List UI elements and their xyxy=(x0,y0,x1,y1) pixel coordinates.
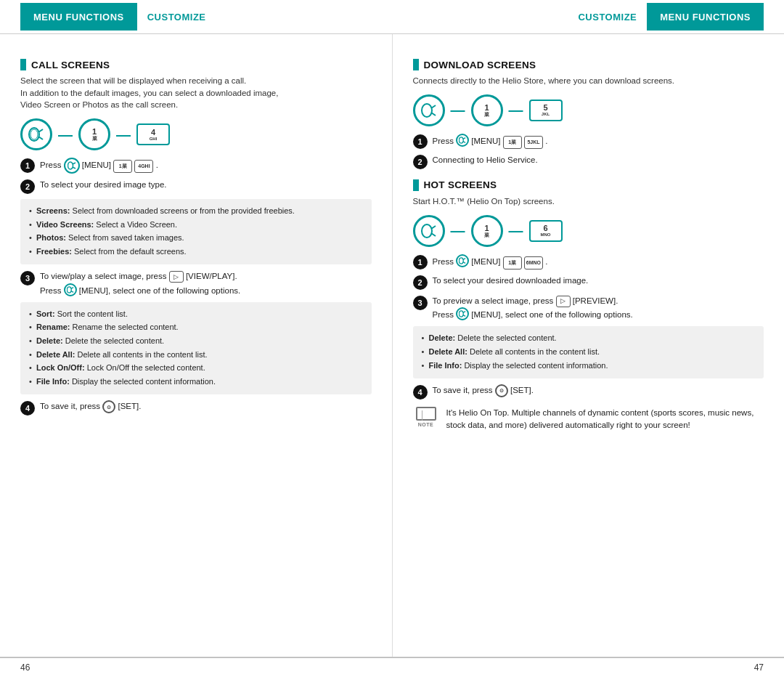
dl-step1-5key: 5JKL xyxy=(524,136,543,149)
svg-line-15 xyxy=(463,141,465,142)
step1-phone-icon xyxy=(64,158,80,174)
call-screens-info-box2: Sort: Sort the content list. Rename: Ren… xyxy=(20,302,372,395)
hot-dash2: — xyxy=(509,222,523,239)
hot-step1-6key: 6MNO xyxy=(524,256,543,269)
download-screens-diagram: — 1 菜 — 5 JKL xyxy=(413,94,764,126)
note-icon: NOTE xyxy=(413,407,439,429)
call-screens-diagram: — 1 菜 — 4 GHI xyxy=(20,118,372,150)
info-item-video: Video Screens: Select a Video Screen. xyxy=(29,219,363,232)
set-button-left: ⊙ xyxy=(102,400,115,413)
hot-step3-phone xyxy=(456,307,469,320)
hot-step1-phone xyxy=(456,254,469,267)
view-play-icon: ▷ xyxy=(169,271,184,283)
set-button-right: ⊙ xyxy=(495,384,508,397)
call-screens-title-row: CALL SCREENS xyxy=(20,59,372,70)
step1-text: Press [MENU] 1菜 4GHI . xyxy=(40,158,372,174)
hot-step-num-4: 4 xyxy=(413,385,428,400)
hot-step1: 1 Press [MENU] 1菜 6MNO . xyxy=(413,254,764,269)
header-right: CUSTOMIZE MENU FUNCTIONS xyxy=(392,0,784,33)
dl-dash2: — xyxy=(509,102,523,118)
step3-text: To view/play a select image, press ▷ [VI… xyxy=(40,270,372,297)
hot-screens-diagram: — 1 菜 — 6 MNO xyxy=(413,215,764,247)
hot-step4: 4 To save it, press ⊙ [SET]. xyxy=(413,384,764,400)
header-left: MENU FUNCTIONS CUSTOMIZE xyxy=(0,0,392,33)
dl-step-num-1: 1 xyxy=(413,134,428,149)
dl-btn-phone xyxy=(413,94,445,126)
info-item-sort: Sort: Sort the content list. xyxy=(29,308,363,321)
step2-text: To select your desired image type. xyxy=(40,179,372,191)
svg-line-21 xyxy=(463,262,465,263)
header-bar: MENU FUNCTIONS CUSTOMIZE CUSTOMIZE MENU … xyxy=(0,0,784,33)
dl-step2: 2 Connecting to Helio Service. xyxy=(413,154,764,169)
hot-screens-title: HOT SCREENS xyxy=(424,179,497,190)
svg-line-9 xyxy=(70,291,73,292)
call-screens-info-box1: Screens: Select from downloaded screens … xyxy=(20,199,372,264)
download-screens-desc: Connects directly to the Helio Store, wh… xyxy=(413,75,764,87)
svg-point-4 xyxy=(68,162,73,169)
hot-step3-text: To preview a select image, press ▷ [PREV… xyxy=(433,295,764,322)
call-screens-title: CALL SCREENS xyxy=(31,60,110,70)
step-num-2: 2 xyxy=(20,179,35,194)
hot-screens-info-box: Delete: Delete the selected content. Del… xyxy=(413,326,764,378)
call-screens-step1: 1 Press [MENU] 1菜 4GHI xyxy=(20,158,372,174)
customize-label-left: CUSTOMIZE xyxy=(137,3,216,31)
hot-step1-1key: 1菜 xyxy=(503,256,522,269)
info-item-screens: Screens: Select from downloaded screens … xyxy=(29,205,363,218)
hot-step4-text: To save it, press ⊙ [SET]. xyxy=(433,384,764,397)
dl-step1-text: Press [MENU] 1菜 5JKL . xyxy=(433,134,764,149)
dl-step1-1key: 1菜 xyxy=(503,136,522,149)
info-item-fileinfo: File Info: Display the selected content … xyxy=(29,376,363,389)
call-screens-btn-1: 1 菜 xyxy=(78,118,110,150)
hot-btn-6: 6 MNO xyxy=(529,220,563,242)
menu-functions-badge-left: MENU FUNCTIONS xyxy=(20,3,137,31)
info-item-photos: Photos: Select from saved taken images. xyxy=(29,232,363,245)
hot-info-fileinfo: File Info: Display the selected content … xyxy=(422,360,756,373)
hot-info-delete: Delete: Delete the selected content. xyxy=(422,332,756,345)
hot-step2: 2 To select your desired downloaded imag… xyxy=(413,275,764,290)
dash2: — xyxy=(116,126,131,143)
dl-step-num-2: 2 xyxy=(413,155,428,169)
hot-screens-title-row: HOT SCREENS xyxy=(413,179,764,191)
info-item-rename: Rename: Rename the selected content. xyxy=(29,321,363,334)
step4-text: To save it, press ⊙ [SET]. xyxy=(40,400,372,413)
hot-screens-note: NOTE It's Helio On Top. Multiple channel… xyxy=(413,407,764,432)
note-label: NOTE xyxy=(418,421,433,429)
download-screens-title-row: DOWNLOAD SCREENS xyxy=(413,59,764,70)
menu-functions-badge-right: MENU FUNCTIONS xyxy=(647,3,764,31)
call-screens-step2: 2 To select your desired image type. xyxy=(20,179,372,194)
call-screens-btn-4: 4 GHI xyxy=(136,123,170,145)
dl-btn-5: 5 JKL xyxy=(529,100,563,121)
svg-point-19 xyxy=(460,257,464,263)
hot-step1-text: Press [MENU] 1菜 6MNO . xyxy=(433,254,764,269)
hot-step-num-2: 2 xyxy=(413,275,428,290)
svg-line-23 xyxy=(463,312,465,313)
page-wrapper: MENU FUNCTIONS CUSTOMIZE CUSTOMIZE MENU … xyxy=(0,0,784,677)
dl-step1: 1 Press [MENU] 1菜 5JKL . xyxy=(413,134,764,149)
svg-point-22 xyxy=(460,311,464,317)
hot-step-num-3: 3 xyxy=(413,296,428,310)
svg-line-20 xyxy=(463,258,465,259)
call-screens-btn-phone xyxy=(20,118,52,150)
hot-info-deleteall: Delete All: Delete all contents in the c… xyxy=(422,346,756,359)
download-screens-title: DOWNLOAD SCREENS xyxy=(424,60,536,70)
svg-point-1 xyxy=(30,129,38,139)
step-num-3: 3 xyxy=(20,271,35,285)
hot-screens-title-bar xyxy=(413,179,419,191)
hot-screens-desc: Start H.O.T.™ (Helio On Top) screens. xyxy=(413,195,764,208)
dl-step1-phone xyxy=(456,134,469,147)
page-num-right: 47 xyxy=(754,662,764,673)
svg-point-7 xyxy=(67,286,71,292)
left-column: CALL SCREENS Select the screen that will… xyxy=(0,34,393,657)
step3-phone-icon xyxy=(64,283,77,296)
note-text: It's Helio On Top. Multiple channels of … xyxy=(446,407,764,432)
step1-menu-key: 1菜 xyxy=(113,160,132,173)
call-screens-desc: Select the screen that will be displayed… xyxy=(20,75,372,111)
svg-line-8 xyxy=(70,287,73,288)
svg-line-14 xyxy=(463,137,465,139)
dash1: — xyxy=(58,126,73,143)
info-item-delete: Delete: Delete the selected content. xyxy=(29,335,363,348)
page-num-left: 46 xyxy=(20,662,30,673)
step1-4key: 4GHI xyxy=(134,160,153,173)
hot-step-num-1: 1 xyxy=(413,255,428,269)
note-book-icon xyxy=(416,407,436,421)
